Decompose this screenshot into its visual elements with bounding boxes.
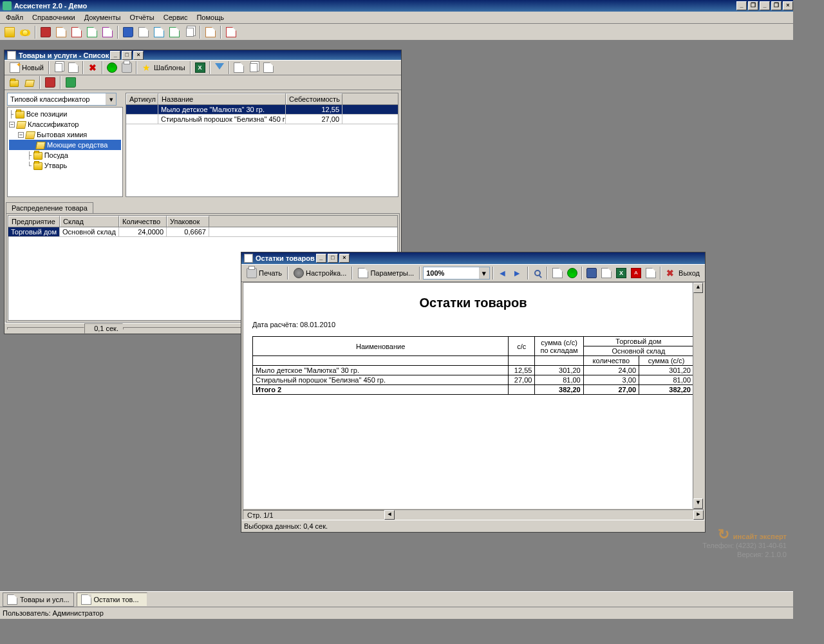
menu-references[interactable]: Справочники <box>28 12 80 23</box>
layout2-button[interactable] <box>247 61 261 75</box>
edit-button[interactable] <box>66 61 80 75</box>
grid-row[interactable]: Мыло детское "Малютка" 30 гр. 12,55 <box>126 105 398 115</box>
tb-doc2-icon[interactable] <box>70 25 84 39</box>
col-org[interactable]: Предприятие <box>8 216 60 227</box>
tab-distribution[interactable]: Распределение товара <box>6 202 93 213</box>
excel-button[interactable]: X <box>193 61 207 75</box>
hscroll-left-button[interactable]: ◄ <box>384 510 395 520</box>
save-button[interactable] <box>585 266 599 280</box>
report-hscrollbar[interactable]: Стр. 1/1 ◄ ► <box>243 509 704 520</box>
tree-expander-icon[interactable]: − <box>9 122 15 128</box>
combo-arrow-icon[interactable]: ▾ <box>106 93 116 105</box>
window-products-titlebar[interactable]: Товары и услуги - Список _ □ × <box>5 50 401 60</box>
tb-doc3-icon[interactable] <box>85 25 99 39</box>
print-button[interactable] <box>120 61 134 75</box>
delete-button[interactable]: ✖ <box>86 61 100 75</box>
next-page-button[interactable]: ► <box>511 266 525 280</box>
book-button[interactable] <box>43 75 57 90</box>
win1-maximize-button[interactable]: □ <box>122 51 132 60</box>
zoom-arrow-icon[interactable]: ▾ <box>479 267 489 279</box>
report-vscrollbar[interactable]: ▲ ▼ <box>693 283 703 509</box>
templates-button[interactable]: ★Шаблоны <box>139 61 188 74</box>
print-button[interactable]: Печать <box>244 267 285 279</box>
settings-button[interactable]: Настройка... <box>291 267 349 279</box>
col-name[interactable]: Название <box>158 93 286 104</box>
tree-node-chem[interactable]: Бытовая химия <box>37 131 87 138</box>
menu-file[interactable]: Файл <box>1 12 28 23</box>
find-button[interactable] <box>531 266 545 280</box>
taskbar-button-products[interactable]: Товары и усл... <box>3 592 74 607</box>
tb-people-icon[interactable] <box>18 25 32 39</box>
win2-close-button[interactable]: × <box>339 254 350 263</box>
export-other-button[interactable] <box>644 266 657 280</box>
close-button[interactable]: × <box>783 1 793 10</box>
col-cost[interactable]: Себестоимость <box>286 93 342 104</box>
tree-expander-icon[interactable]: − <box>18 132 24 138</box>
grid-row[interactable]: Стиральный порошок "Белизна" 450 гр. 27,… <box>126 115 398 124</box>
tb-doc6-icon[interactable] <box>152 25 166 39</box>
tb-doc5-icon[interactable] <box>136 25 151 39</box>
tb-docs-icon[interactable] <box>183 25 197 39</box>
export-excel-button[interactable]: X <box>615 266 628 280</box>
scroll-down-button[interactable]: ▼ <box>693 498 703 509</box>
zoom-combo[interactable]: 100%▾ <box>423 267 490 279</box>
col-packs[interactable]: Упаковок <box>167 216 209 227</box>
menu-reports[interactable]: Отчёты <box>125 12 158 23</box>
win1-close-button[interactable]: × <box>133 51 144 60</box>
col-article[interactable]: Артикул <box>126 93 158 104</box>
classifier-tree[interactable]: ├Все позиции −Классификатор −Бытовая хим… <box>7 107 123 197</box>
menu-service[interactable]: Сервис <box>159 12 192 23</box>
mdi-minimize-button[interactable]: _ <box>760 1 770 10</box>
copy-button[interactable] <box>52 61 66 75</box>
refresh-report-button[interactable] <box>565 266 579 280</box>
tb-doc8-icon[interactable] <box>203 25 218 39</box>
win1-minimize-button[interactable]: _ <box>110 51 120 60</box>
folder-new-button[interactable] <box>7 75 21 90</box>
tree-node-classifier[interactable]: Классификатор <box>28 120 79 128</box>
col-qty[interactable]: Количество <box>119 216 167 227</box>
exit-button[interactable]: ✖Выход <box>664 267 702 279</box>
tb-doc7-icon[interactable] <box>167 25 182 39</box>
tb-book-red-icon[interactable] <box>39 25 53 39</box>
tb-open-icon[interactable] <box>3 25 17 39</box>
col-warehouse[interactable]: Склад <box>60 216 119 227</box>
export-doc-button[interactable] <box>600 266 613 280</box>
win2-maximize-button[interactable]: □ <box>328 254 338 263</box>
products-grid[interactable]: Артикул Название Себестоимость Мыло детс… <box>126 93 398 197</box>
hscroll-right-button[interactable]: ► <box>693 510 704 520</box>
export-pdf-button[interactable]: A <box>629 266 642 280</box>
layout3-button[interactable] <box>261 61 276 75</box>
classifier-combo[interactable]: Типовой классификатор ▾ <box>7 93 117 106</box>
tb-book-blue-icon[interactable] <box>121 25 135 39</box>
folder-open-button[interactable] <box>23 75 37 90</box>
mdi-restore-button[interactable]: ❐ <box>771 1 782 10</box>
new-button[interactable]: Новый <box>7 61 46 74</box>
tree-node-all[interactable]: Все позиции <box>26 110 68 118</box>
win2-status-text: Выборка данных: 0,4 сек. <box>244 522 328 530</box>
window-products-title: Товары и услуги - Список <box>19 52 109 59</box>
params-button[interactable]: Параметры... <box>355 267 417 279</box>
scroll-up-button[interactable]: ▲ <box>693 283 703 293</box>
taskbar-button-stock[interactable]: Остатки тов... <box>77 592 147 607</box>
win2-minimize-button[interactable]: _ <box>316 254 326 263</box>
grid-row[interactable]: Торговый дом Основной склад 24,0000 0,66… <box>8 227 397 237</box>
layout1-button[interactable] <box>232 61 246 75</box>
menu-help[interactable]: Помощь <box>192 12 229 23</box>
edit-report-button[interactable] <box>550 266 564 280</box>
window-stock-titlebar[interactable]: Остатки товаров _ □ × <box>241 252 705 264</box>
refresh-button[interactable] <box>105 61 119 75</box>
minimize-button[interactable]: _ <box>736 1 747 10</box>
menu-documents[interactable]: Документы <box>80 12 126 23</box>
tb-doc4-icon[interactable] <box>100 25 115 39</box>
tree-node-detergents[interactable]: Моющие средства <box>47 141 108 149</box>
restore-button[interactable]: ❐ <box>748 1 758 10</box>
filter-button[interactable] <box>212 61 227 75</box>
prev-page-button[interactable]: ◄ <box>496 266 510 280</box>
report-viewport[interactable]: ▲ ▼ Остатки товаров Дата расчёта: 08.01.… <box>243 282 704 509</box>
copybook-button[interactable] <box>64 75 78 90</box>
tb-doc1-icon[interactable] <box>54 25 68 39</box>
win2-statusbar: Выборка данных: 0,4 сек. <box>241 520 705 532</box>
tb-doc9-icon[interactable] <box>224 25 238 39</box>
tree-node-dishes[interactable]: Посуда <box>44 151 68 159</box>
tree-node-utensils[interactable]: Утварь <box>44 162 68 169</box>
